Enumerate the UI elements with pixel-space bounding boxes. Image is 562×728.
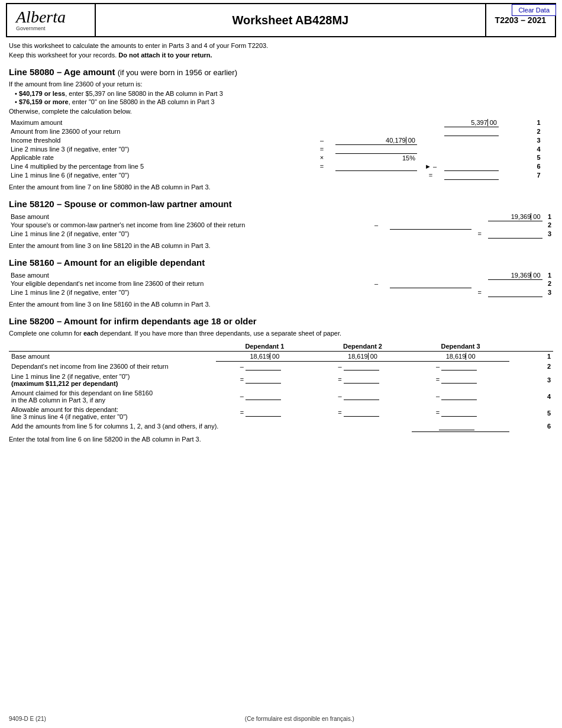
amount-cell <box>444 153 499 162</box>
section-58160-table: Base amount 19,36900 1 Your eligible dep… <box>9 271 553 297</box>
table-row: Base amount 19,36900 1 <box>9 271 553 280</box>
section-58120-header: Line 58120 – Spouse or common-law partne… <box>9 199 553 209</box>
amount-cell: 19,36900 <box>488 271 542 280</box>
line-number: 2 <box>542 221 553 230</box>
clear-data-button[interactable]: Clear Data <box>512 4 556 16</box>
dep2-cell[interactable]: – <box>314 388 412 405</box>
value-cell[interactable] <box>390 279 471 288</box>
row-label: Line 1 minus line 2 (if negative, enter … <box>9 288 363 297</box>
s58160-line2-input[interactable] <box>419 280 460 287</box>
row-label: Base amount <box>9 271 363 280</box>
value-cell2 <box>417 153 444 162</box>
dep2-line5-input[interactable] <box>344 409 379 417</box>
s58160-line3-input[interactable] <box>502 289 531 296</box>
amount-cell <box>444 136 499 145</box>
intro-line2-bold: Do not attach it to your return. <box>118 51 212 59</box>
dep1-cell[interactable]: = <box>216 372 314 388</box>
table-row: Income threshold – 40,17900 3 <box>9 136 553 145</box>
operator-cell <box>363 212 390 221</box>
dep1-line4-input[interactable] <box>246 392 281 400</box>
line2-main-input[interactable] <box>458 128 487 135</box>
dep1-line5-input[interactable] <box>246 409 281 417</box>
footer-left: 9409-D E (21) <box>9 716 46 722</box>
dep3-cell[interactable]: = <box>412 405 510 421</box>
value-cell[interactable] <box>390 221 471 230</box>
section-58080-footer: Enter the amount from line 7 on line 580… <box>9 183 553 191</box>
table-row: Your eligible dependant's net income fro… <box>9 279 553 288</box>
line-number: 7 <box>515 170 542 179</box>
dep1-cell[interactable]: – <box>216 361 314 372</box>
line7-input[interactable] <box>458 172 487 179</box>
dep1-line3-input[interactable] <box>246 376 281 384</box>
operator-cell <box>308 118 335 127</box>
section-58080-header: Line 58080 – Age amount (if you were bor… <box>9 67 553 77</box>
section-58200-header: Line 58200 – Amount for infirm dependant… <box>9 316 553 326</box>
value-cell <box>390 271 471 280</box>
dep1-cell: 18,61900 <box>216 351 314 361</box>
dep3-line5-input[interactable] <box>441 409 477 417</box>
dep3-line2-input[interactable] <box>441 363 477 371</box>
value-cell[interactable] <box>335 162 417 171</box>
row-label: Amount from line 23600 of your return <box>9 127 308 136</box>
operator-cell <box>363 288 390 297</box>
amount-cell[interactable] <box>444 170 499 179</box>
line6-sub-input[interactable] <box>367 163 406 170</box>
intro-line2-text: Keep this worksheet for your records. <box>9 51 117 59</box>
line-number: 1 <box>509 351 553 361</box>
logo-area: Alberta Government <box>7 4 96 36</box>
dep1-line2-input[interactable] <box>246 363 281 371</box>
value-cell <box>390 230 471 239</box>
dep3-cell[interactable]: = <box>412 372 510 388</box>
line6-total-input[interactable] <box>439 423 474 430</box>
line6-total-cell[interactable] <box>412 421 510 432</box>
dep3-cell[interactable]: – <box>412 361 510 372</box>
amount-cell[interactable] <box>488 230 542 239</box>
table-header-row: Dependant 1 Dependant 2 Dependant 3 <box>9 342 553 352</box>
dep3-line4-input[interactable] <box>441 392 477 400</box>
header-box: Alberta Government Worksheet AB428MJ T22… <box>6 3 556 37</box>
row-label: Your eligible dependant's net income fro… <box>9 279 363 288</box>
table-row: Line 1 minus line 6 (if negative, enter … <box>9 170 553 179</box>
dep2-cell[interactable]: = <box>314 405 412 421</box>
spacer <box>471 221 488 230</box>
dep3-cell[interactable]: – <box>412 388 510 405</box>
dep2-cell[interactable]: = <box>314 372 412 388</box>
dep2-line3-input[interactable] <box>344 376 379 384</box>
row-label: Line 1 minus line 6 (if negative, enter … <box>9 170 308 179</box>
operator-cell: = <box>308 162 335 171</box>
value-cell: 15% <box>335 153 417 162</box>
s58120-line3-input[interactable] <box>502 230 531 237</box>
line6-main-input[interactable] <box>458 163 487 170</box>
amount-cell[interactable] <box>444 127 499 136</box>
spacer <box>471 212 488 221</box>
spacer <box>499 144 515 153</box>
s58120-line2-input[interactable] <box>419 221 460 228</box>
amount-cell[interactable] <box>444 162 499 171</box>
table-row: Add the amounts from line 5 for columns … <box>9 421 553 432</box>
dep3-line3-input[interactable] <box>441 376 477 384</box>
dep2-line4-input[interactable] <box>344 392 379 400</box>
amount-cell[interactable] <box>488 288 542 297</box>
line-number: 5 <box>509 405 553 421</box>
dep2-cell[interactable]: – <box>314 361 412 372</box>
dep1-cell[interactable]: – <box>216 388 314 405</box>
row-label: Your spouse's or common-law partner's ne… <box>9 221 363 230</box>
dep2-cell: 18,61900 <box>314 351 412 361</box>
row-label: Maximum amount <box>9 118 308 127</box>
dep1-cell[interactable]: = <box>216 405 314 421</box>
value-cell2 <box>417 118 444 127</box>
dep2-line2-input[interactable] <box>344 363 379 371</box>
amount-cell <box>488 279 542 288</box>
value-cell <box>335 170 417 179</box>
operator-cell <box>363 271 390 280</box>
table-row: Dependant's net income from line 23600 o… <box>9 361 553 372</box>
table-row: Amount claimed for this dependant on lin… <box>9 388 553 405</box>
section-58200-table: Dependant 1 Dependant 2 Dependant 3 Base… <box>9 342 553 432</box>
line4-input[interactable] <box>367 146 406 153</box>
spacer2 <box>542 170 553 179</box>
section-58080-suffix: (if you were born in 1956 or earlier) <box>118 68 237 77</box>
value-cell[interactable] <box>335 144 417 153</box>
value-cell <box>335 127 417 136</box>
page-footer: 9409-D E (21) (Ce formulaire est disponi… <box>9 716 553 722</box>
line-number: 1 <box>515 118 542 127</box>
